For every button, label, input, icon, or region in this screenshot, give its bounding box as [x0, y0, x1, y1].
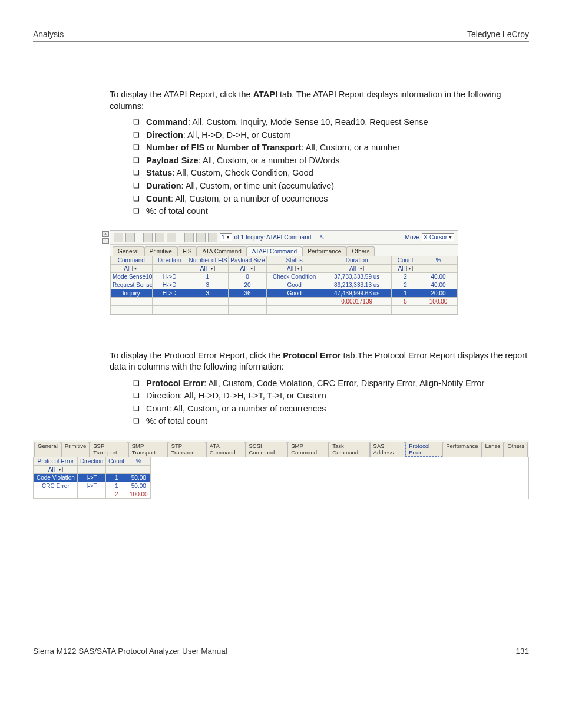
- tab-primitive[interactable]: Primitive: [61, 442, 90, 457]
- toolbar-icon[interactable]: [125, 233, 135, 242]
- tab-smp-transport[interactable]: SMP Transport: [128, 442, 168, 457]
- cell: CRC Error: [34, 482, 78, 490]
- filter-cell[interactable]: All▼: [111, 264, 153, 272]
- tab-protocol-error[interactable]: Protocol Error: [405, 442, 442, 457]
- col-header[interactable]: Duration: [322, 256, 392, 264]
- table-row[interactable]: CRC ErrorI->T150.00: [34, 482, 151, 490]
- nav-text: of 1 Inquiry: ATAPI Command: [234, 234, 312, 241]
- col-header[interactable]: Count: [106, 457, 127, 466]
- arrow-right-icon[interactable]: [208, 233, 217, 242]
- list-item: Count: All, Custom, or a number of occur…: [133, 403, 529, 415]
- table-row[interactable]: 2100.00: [34, 490, 151, 499]
- list-item: Direction: All, H->D, D->H, I->T, T->I, …: [133, 390, 529, 402]
- cell: 1: [106, 474, 127, 482]
- table-row[interactable]: Request SenseH->D320Good86,213,333.13 us…: [111, 281, 458, 289]
- tab-others[interactable]: Others: [504, 442, 528, 457]
- cell: [77, 490, 105, 499]
- list-item: Number of FIS or Number of Transport: Al…: [133, 142, 529, 154]
- cell: [111, 297, 153, 305]
- tab-performance[interactable]: Performance: [302, 246, 346, 256]
- table-row[interactable]: 0.000171395100.00: [111, 297, 458, 305]
- perr-columns-list: Protocol Error: All, Custom, Code Violat…: [133, 378, 529, 427]
- tab-ata-command[interactable]: ATA Command: [197, 246, 246, 256]
- filter-cell[interactable]: ---: [152, 264, 187, 272]
- tab-primitive[interactable]: Primitive: [144, 246, 177, 256]
- tab-others[interactable]: Others: [346, 246, 375, 256]
- filter-cell[interactable]: All▼: [229, 264, 267, 272]
- cell: 86,213,333.13 us: [322, 281, 392, 289]
- cell: 20.00: [419, 289, 458, 297]
- cell: Good: [267, 281, 322, 289]
- tab-smp-command[interactable]: SMP Command: [287, 442, 329, 457]
- toolbar-icon[interactable]: [114, 233, 123, 242]
- table-row[interactable]: Code ViolationI->T150.00: [34, 474, 151, 482]
- cell: [187, 297, 229, 305]
- cell: [152, 297, 187, 305]
- page-header: Analysis Teledyne LeCroy: [33, 29, 529, 42]
- cell: 100.00: [127, 490, 151, 499]
- toolbar-icon[interactable]: [167, 233, 176, 242]
- arrow-down-icon[interactable]: [196, 233, 206, 242]
- cell: H->D: [152, 272, 187, 281]
- col-header[interactable]: Count: [392, 256, 419, 264]
- tab-lanes[interactable]: Lanes: [482, 442, 504, 457]
- cell: Inquiry: [111, 289, 153, 297]
- footer-left: Sierra M122 SAS/SATA Protocol Analyzer U…: [33, 647, 227, 655]
- table-row[interactable]: Mode Sense10H->D10Check Condition37,733,…: [111, 272, 458, 281]
- cell: [229, 297, 267, 305]
- col-header[interactable]: %: [419, 256, 458, 264]
- col-header[interactable]: Protocol Error: [34, 457, 78, 466]
- col-header[interactable]: Direction: [77, 457, 105, 466]
- col-header[interactable]: %: [127, 457, 151, 466]
- arrow-up-icon[interactable]: [184, 233, 194, 242]
- tab-scsi-command[interactable]: SCSI Command: [246, 442, 288, 457]
- cell: I->T: [77, 474, 105, 482]
- list-item: Status: All, Custom, Check Condition, Go…: [133, 167, 529, 179]
- tab-fis[interactable]: FIS: [177, 246, 197, 256]
- tab-stp-transport[interactable]: STP Transport: [168, 442, 206, 457]
- filter-cell[interactable]: All▼: [34, 466, 78, 474]
- col-header[interactable]: Number of FIS: [187, 256, 229, 264]
- tab-ata-command[interactable]: ATA Command: [206, 442, 246, 457]
- tab-sas-address[interactable]: SAS Address: [370, 442, 406, 457]
- filter-cell[interactable]: All▼: [322, 264, 392, 272]
- cell: 50.00: [127, 474, 151, 482]
- cell: I->T: [77, 482, 105, 490]
- cell: 36: [229, 289, 267, 297]
- header-left: Analysis: [33, 29, 64, 39]
- filter-cell[interactable]: All▼: [267, 264, 322, 272]
- toolbar-icon[interactable]: [143, 233, 153, 242]
- col-header[interactable]: Payload Size: [229, 256, 267, 264]
- cell: Check Condition: [267, 272, 322, 281]
- tab-general[interactable]: General: [113, 246, 144, 256]
- table-row[interactable]: InquiryH->D336Good47,439,999.63 us120.00: [111, 289, 458, 297]
- tab-atapi-command[interactable]: ATAPI Command: [247, 246, 302, 256]
- cell: 2: [106, 490, 127, 499]
- tab-ssp-transport[interactable]: SSP Transport: [90, 442, 128, 457]
- toolbar-icon[interactable]: [155, 233, 164, 242]
- cell: Code Violation: [34, 474, 78, 482]
- filter-cell[interactable]: ---: [106, 466, 127, 474]
- tab-general[interactable]: General: [34, 442, 61, 457]
- filter-cell[interactable]: ---: [77, 466, 105, 474]
- tab-performance[interactable]: Performance: [442, 442, 481, 457]
- list-item: Direction: All, H->D, D->H, or Custom: [133, 130, 529, 141]
- filter-cell[interactable]: All▼: [187, 264, 229, 272]
- text: To display the Protocol Error Report, cl…: [110, 351, 283, 360]
- cursor-select[interactable]: X-Cursor: [422, 233, 454, 241]
- atapi-tabs: GeneralPrimitiveFISATA CommandATAPI Comm…: [110, 245, 458, 256]
- footer-right: 131: [515, 647, 529, 655]
- filter-cell[interactable]: ---: [127, 466, 151, 474]
- move-label: Move: [405, 234, 419, 241]
- filter-cell[interactable]: All▼: [392, 264, 419, 272]
- col-header[interactable]: Direction: [152, 256, 187, 264]
- text: To display the ATAPI Report, click the: [110, 90, 253, 99]
- filter-cell[interactable]: ---: [419, 264, 458, 272]
- tab-task-command[interactable]: Task Command: [329, 442, 369, 457]
- perr-empty-area: [151, 457, 528, 499]
- col-header[interactable]: Command: [111, 256, 153, 264]
- text-bold: ATAPI: [253, 90, 277, 99]
- nav-index[interactable]: 1: [220, 233, 232, 241]
- col-header[interactable]: Status: [267, 256, 322, 264]
- cell: 50.00: [127, 482, 151, 490]
